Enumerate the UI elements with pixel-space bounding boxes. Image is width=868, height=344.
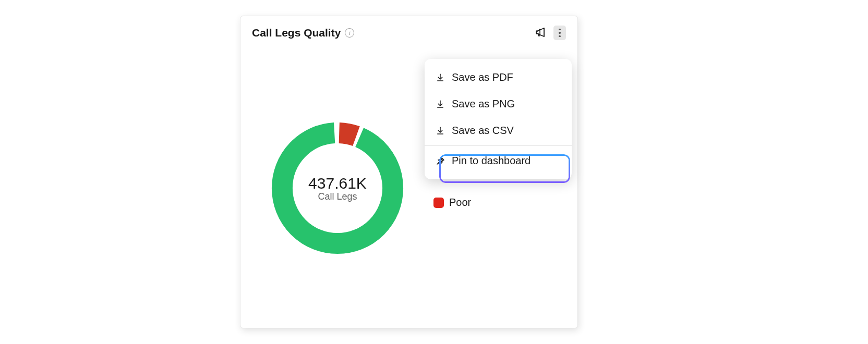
menu-item-label: Pin to dashboard	[452, 155, 531, 167]
header-actions	[534, 26, 566, 40]
menu-item-save-png[interactable]: Save as PNG	[425, 91, 572, 117]
card-header: Call Legs Quality i	[240, 16, 577, 40]
legend-item-poor[interactable]: Poor	[433, 196, 471, 208]
pin-icon	[435, 156, 445, 166]
legend-swatch-poor	[433, 198, 444, 208]
menu-item-label: Save as PDF	[452, 71, 513, 83]
menu-divider	[425, 145, 572, 146]
title-wrap: Call Legs Quality i	[252, 27, 354, 39]
menu-item-pin-dashboard[interactable]: Pin to dashboard	[425, 148, 572, 174]
download-icon	[435, 126, 445, 136]
donut-chart: 437.61K Call Legs	[264, 115, 411, 261]
menu-item-label: Save as CSV	[452, 125, 514, 137]
donut-svg	[264, 115, 411, 261]
more-options-menu: Save as PDF Save as PNG Save as CSV	[425, 59, 572, 179]
menu-item-save-pdf[interactable]: Save as PDF	[425, 64, 572, 91]
announce-button[interactable]	[534, 26, 548, 40]
menu-item-label: Save as PNG	[452, 98, 515, 110]
megaphone-icon	[535, 26, 547, 40]
widget-card: Call Legs Quality i	[240, 16, 578, 328]
menu-item-save-csv[interactable]: Save as CSV	[425, 117, 572, 144]
download-icon	[435, 72, 445, 83]
kebab-icon	[559, 29, 561, 38]
donut-segment-poor	[282, 133, 393, 243]
more-options-button[interactable]	[553, 26, 566, 40]
info-icon[interactable]: i	[345, 28, 354, 38]
download-icon	[435, 99, 445, 109]
card-title: Call Legs Quality	[252, 27, 341, 39]
legend-label-poor: Poor	[449, 196, 471, 208]
